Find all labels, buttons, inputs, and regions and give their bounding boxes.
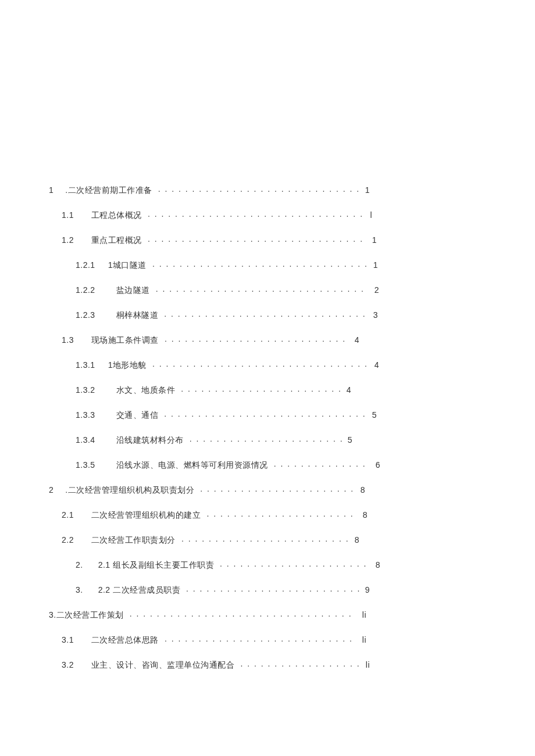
- toc-entry-page: 4: [343, 385, 351, 395]
- toc-entry: 1.3.2水文、地质条件4: [76, 385, 483, 396]
- toc-entry: 1.二次经营前期工作准备1: [49, 185, 483, 196]
- toc-leader-dots: [274, 460, 370, 468]
- toc-leader-dots: [240, 660, 359, 668]
- toc-entry-page: 4: [351, 335, 359, 345]
- toc-entry-title: 重点工程概况: [91, 235, 145, 246]
- toc-entry-title: 1城口隧道: [108, 260, 150, 271]
- toc-leader-dots: [220, 560, 370, 568]
- toc-entry-title: 现场施工条件调查: [91, 335, 162, 346]
- toc-entry: 1.3.11地形地貌4: [76, 360, 483, 371]
- toc-entry: 3.1二次经营总体思路li: [62, 635, 483, 646]
- toc-entry-title: 水文、地质条件: [116, 385, 179, 396]
- toc-entry: 2.二次经营管理组织机构及职责划分8: [49, 485, 483, 496]
- toc-leader-dots: [181, 535, 349, 543]
- toc-entry: 3.2业主、设计、咨询、监理单位沟通配合li: [62, 660, 483, 671]
- toc-entry-title: 沿线水源、电源、燃料等可利用资源情况: [116, 460, 272, 471]
- toc-leader-dots: [158, 185, 359, 193]
- toc-entry-page: li: [358, 610, 366, 619]
- toc-leader-dots: [190, 435, 342, 443]
- toc-entry-number: 1.3.2: [76, 385, 102, 395]
- toc-leader-dots: [200, 485, 355, 493]
- toc-entry-page: li: [362, 660, 370, 669]
- toc-entry-page: 8: [357, 485, 365, 495]
- toc-entry-title: 工程总体概况: [91, 210, 145, 221]
- toc-entry-page: 5: [369, 410, 377, 420]
- toc-entry-title: 二次经营管理组织机构的建立: [91, 510, 205, 521]
- toc-leader-dots: [165, 635, 356, 643]
- toc-entry-page: 8: [372, 560, 380, 569]
- toc-entry-page: 8: [351, 535, 359, 544]
- toc-entry-title: .二次经营管理组织机构及职责划分: [65, 485, 198, 496]
- toc-entry: 2.1二次经营管理组织机构的建立8: [62, 510, 483, 521]
- toc-entry-number: 1.1: [62, 210, 81, 220]
- toc-leader-dots: [164, 310, 368, 318]
- page-container: 1.二次经营前期工作准备11.1工程总体概况l1.2重点工程概况11.2.11城…: [0, 0, 535, 671]
- toc-entry-number: 1.2.1: [76, 260, 102, 270]
- toc-entry-number: 1.2.3: [76, 310, 102, 320]
- toc-entry-page: 6: [372, 460, 380, 470]
- toc-entry-page: 1: [370, 260, 378, 270]
- toc-entry-title: .二次经营前期工作准备: [65, 185, 155, 196]
- toc-entry-number: 3.2: [62, 660, 81, 669]
- toc-entry-number: 2.1: [62, 510, 81, 519]
- toc-entry-page: 8: [359, 510, 368, 519]
- toc-entry-page: 5: [344, 435, 352, 445]
- toc-entry: 1.3.3交通、通信5: [76, 410, 483, 421]
- table-of-contents: 1.二次经营前期工作准备11.1工程总体概况l1.2重点工程概况11.2.11城…: [49, 185, 483, 671]
- toc-leader-dots: [148, 210, 362, 218]
- toc-leader-dots: [206, 510, 356, 518]
- toc-entry-page: 9: [362, 585, 370, 594]
- toc-entry-page: 2: [371, 285, 379, 295]
- toc-entry-page: 1: [369, 235, 377, 245]
- toc-entry-page: 4: [371, 360, 379, 370]
- toc-entry: 1.2.2盐边隧道2: [76, 285, 483, 296]
- toc-entry-number: 3.: [76, 585, 90, 594]
- toc-entry-number: 1: [49, 185, 60, 195]
- toc-entry: 1.1工程总体概况l: [62, 210, 483, 221]
- toc-entry: 3.二次经营工作策划li: [49, 610, 483, 621]
- toc-entry-number: 1.3.3: [76, 410, 102, 420]
- toc-entry: 1.3.4沿线建筑材料分布5: [76, 435, 483, 446]
- toc-entry-number: 1.3.4: [76, 435, 102, 445]
- toc-entry: 1.3.5沿线水源、电源、燃料等可利用资源情况6: [76, 460, 483, 471]
- toc-entry: 1.3现场施工条件调查4: [62, 335, 483, 346]
- toc-entry: 3.2.2 二次经营成员职责9: [76, 585, 483, 596]
- toc-entry-number: 2: [49, 485, 60, 495]
- toc-leader-dots: [186, 585, 359, 593]
- toc-entry-number: 3.1: [62, 635, 81, 644]
- toc-entry: 2.2.1 组长及副组长主要工作职责8: [76, 560, 483, 571]
- toc-entry-title: 沿线建筑材料分布: [116, 435, 187, 446]
- toc-entry-title: 交通、通信: [116, 410, 162, 421]
- toc-leader-dots: [152, 260, 368, 268]
- toc-entry-number: 2.2: [62, 535, 81, 544]
- toc-entry-title: 1地形地貌: [108, 360, 150, 371]
- toc-entry-number: 1.3.1: [76, 360, 102, 370]
- toc-entry-number: 1.2.2: [76, 285, 102, 295]
- toc-leader-dots: [156, 285, 369, 293]
- toc-entry: 1.2.3桐梓林隧道3: [76, 310, 483, 321]
- toc-entry-title: 业主、设计、咨询、监理单位沟通配合: [91, 660, 238, 671]
- toc-entry: 1.2.11城口隧道1: [76, 260, 483, 271]
- toc-leader-dots: [164, 410, 366, 418]
- toc-entry-number: 1.3: [62, 335, 81, 345]
- toc-entry-title: 桐梓林隧道: [116, 310, 162, 321]
- toc-entry-number: 1.3.5: [76, 460, 102, 470]
- toc-entry-title: 3.二次经营工作策划: [49, 610, 127, 621]
- toc-leader-dots: [148, 235, 366, 243]
- toc-entry-page: li: [358, 635, 366, 644]
- toc-entry: 1.2重点工程概况1: [62, 235, 483, 246]
- toc-entry-title: 盐边隧道: [116, 285, 154, 296]
- toc-entry-title: 二次经营工作职责划分: [91, 535, 179, 546]
- toc-entry-number: 1.2: [62, 235, 81, 245]
- toc-leader-dots: [130, 610, 356, 618]
- toc-entry-number: 2.: [76, 560, 90, 569]
- toc-entry-title: 二次经营总体思路: [91, 635, 162, 646]
- toc-leader-dots: [181, 385, 341, 393]
- toc-entry-page: l: [364, 210, 372, 220]
- toc-entry-page: 3: [370, 310, 378, 320]
- toc-leader-dots: [165, 335, 349, 343]
- toc-entry-title: 2.2 二次经营成员职责: [98, 585, 184, 596]
- toc-leader-dots: [152, 360, 369, 368]
- toc-entry-title: 2.1 组长及副组长主要工作职责: [98, 560, 217, 571]
- toc-entry: 2.2二次经营工作职责划分8: [62, 535, 483, 546]
